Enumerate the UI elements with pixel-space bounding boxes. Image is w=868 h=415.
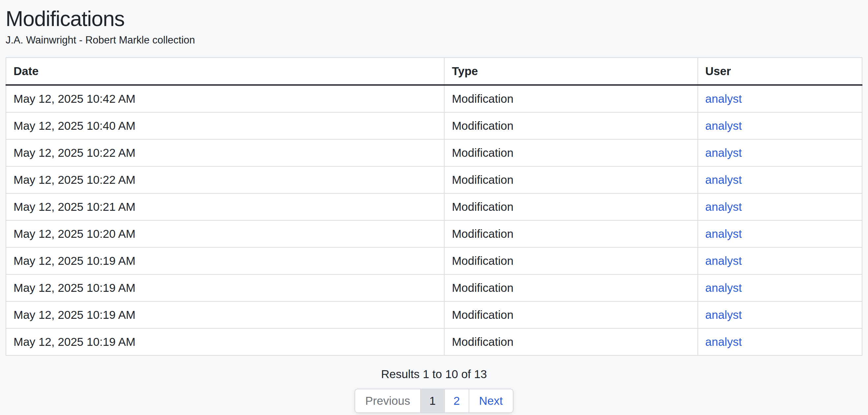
user-cell: analyst [698,166,862,193]
user-cell: analyst [698,139,862,166]
type-cell: Modification [444,301,698,328]
type-cell: Modification [444,139,698,166]
date-cell: May 12, 2025 10:22 AM [6,139,444,166]
user-link[interactable]: analyst [705,308,742,321]
table-header-row: Date Type User [6,58,862,85]
table-row: May 12, 2025 10:20 AM Modification analy… [6,220,862,247]
type-cell: Modification [444,274,698,301]
date-cell: May 12, 2025 10:22 AM [6,166,444,193]
page-subtitle: J.A. Wainwright - Robert Markle collecti… [6,34,862,46]
table-row: May 12, 2025 10:42 AM Modification analy… [6,85,862,112]
table-row: May 12, 2025 10:21 AM Modification analy… [6,193,862,220]
date-cell: May 12, 2025 10:19 AM [6,328,444,355]
user-cell: analyst [698,112,862,139]
user-cell: analyst [698,247,862,274]
user-link[interactable]: analyst [705,92,742,105]
table-row: May 12, 2025 10:40 AM Modification analy… [6,112,862,139]
type-cell: Modification [444,328,698,355]
table-row: May 12, 2025 10:19 AM Modification analy… [6,328,862,355]
type-cell: Modification [444,112,698,139]
user-cell: analyst [698,220,862,247]
user-cell: analyst [698,328,862,355]
column-header-user: User [698,58,862,85]
table-row: May 12, 2025 10:19 AM Modification analy… [6,301,862,328]
column-header-date: Date [6,58,444,85]
date-cell: May 12, 2025 10:40 AM [6,112,444,139]
pagination-page-label: 2 [454,394,460,407]
pagination-wrap: Previous 1 2 Next [6,389,862,413]
modifications-page: Modifications J.A. Wainwright - Robert M… [0,0,868,413]
column-header-type: Type [444,58,698,85]
date-cell: May 12, 2025 10:20 AM [6,220,444,247]
user-link[interactable]: analyst [705,281,742,294]
type-cell: Modification [444,247,698,274]
type-cell: Modification [444,220,698,247]
date-cell: May 12, 2025 10:42 AM [6,85,444,112]
user-link[interactable]: analyst [705,146,742,159]
pagination: Previous 1 2 Next [354,389,513,413]
pagination-page-2-button[interactable]: 2 [444,389,469,413]
pagination-page-label: 1 [429,394,436,407]
user-cell: analyst [698,85,862,112]
page-title: Modifications [6,7,862,31]
date-cell: May 12, 2025 10:19 AM [6,301,444,328]
type-cell: Modification [444,193,698,220]
user-link[interactable]: analyst [705,227,742,240]
user-link[interactable]: analyst [705,254,742,267]
user-cell: analyst [698,193,862,220]
user-link[interactable]: analyst [705,173,742,186]
date-cell: May 12, 2025 10:19 AM [6,274,444,301]
user-cell: analyst [698,301,862,328]
table-row: May 12, 2025 10:22 AM Modification analy… [6,139,862,166]
pagination-next-button[interactable]: Next [469,389,514,413]
type-cell: Modification [444,85,698,112]
table-row: May 12, 2025 10:19 AM Modification analy… [6,274,862,301]
user-cell: analyst [698,274,862,301]
pagination-previous-button[interactable]: Previous [354,389,421,413]
type-cell: Modification [444,166,698,193]
pagination-page-1-button[interactable]: 1 [420,389,445,413]
user-link[interactable]: analyst [705,200,742,213]
date-cell: May 12, 2025 10:21 AM [6,193,444,220]
table-row: May 12, 2025 10:19 AM Modification analy… [6,247,862,274]
table-row: May 12, 2025 10:22 AM Modification analy… [6,166,862,193]
date-cell: May 12, 2025 10:19 AM [6,247,444,274]
pagination-previous-label: Previous [365,394,410,407]
results-summary: Results 1 to 10 of 13 [6,368,862,381]
pagination-next-label: Next [479,394,503,407]
user-link[interactable]: analyst [705,335,742,348]
user-link[interactable]: analyst [705,119,742,132]
modifications-table: Date Type User May 12, 2025 10:42 AM Mod… [6,57,862,356]
